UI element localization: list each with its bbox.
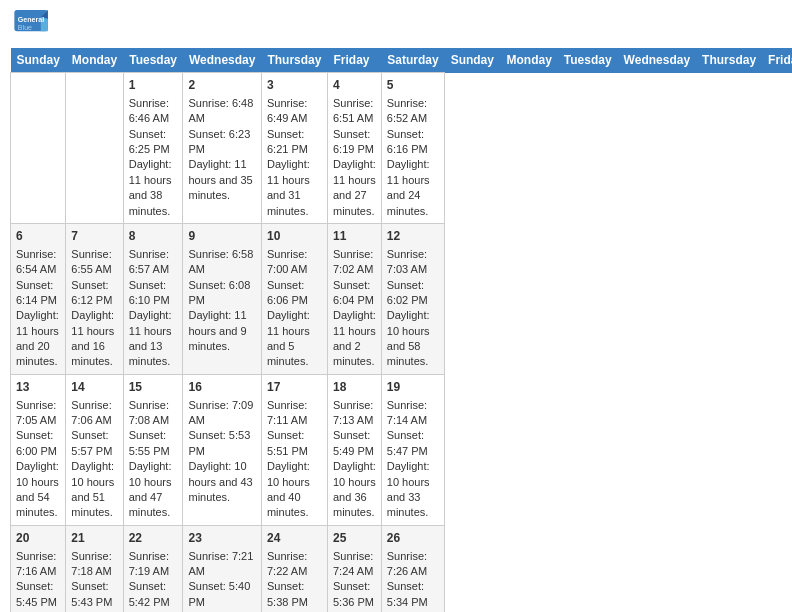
day-info: Sunset: 6:12 PM (71, 278, 117, 309)
day-info: Sunrise: 7:19 AM (129, 549, 178, 580)
day-info: Daylight: 11 hours and 16 minutes. (71, 308, 117, 370)
day-info: Daylight: 11 hours and 24 minutes. (387, 157, 439, 219)
day-header-monday: Monday (500, 48, 557, 73)
day-info: Daylight: 10 hours and 43 minutes. (188, 459, 255, 505)
day-header-wednesday: Wednesday (183, 48, 261, 73)
calendar-cell: 23Sunrise: 7:21 AMSunset: 5:40 PMDayligh… (183, 525, 261, 612)
day-header-tuesday: Tuesday (123, 48, 183, 73)
day-info: Daylight: 11 hours and 13 minutes. (129, 308, 178, 370)
day-number: 1 (129, 77, 178, 94)
day-info: Sunset: 5:53 PM (188, 428, 255, 459)
day-info: Sunrise: 7:09 AM (188, 398, 255, 429)
day-header-sunday: Sunday (445, 48, 501, 73)
day-number: 9 (188, 228, 255, 245)
day-header-thursday: Thursday (696, 48, 762, 73)
calendar-cell: 17Sunrise: 7:11 AMSunset: 5:51 PMDayligh… (261, 374, 327, 525)
day-info: Sunset: 6:04 PM (333, 278, 376, 309)
day-number: 13 (16, 379, 60, 396)
day-info: Sunset: 5:38 PM (267, 579, 322, 610)
day-info: Sunrise: 7:14 AM (387, 398, 439, 429)
calendar-cell: 4Sunrise: 6:51 AMSunset: 6:19 PMDaylight… (327, 73, 381, 224)
calendar-cell: 24Sunrise: 7:22 AMSunset: 5:38 PMDayligh… (261, 525, 327, 612)
calendar-cell (66, 73, 123, 224)
calendar-cell: 9Sunrise: 6:58 AMSunset: 6:08 PMDaylight… (183, 223, 261, 374)
day-header-saturday: Saturday (381, 48, 444, 73)
day-info: Daylight: 10 hours and 58 minutes. (387, 308, 439, 370)
day-info: Sunrise: 7:24 AM (333, 549, 376, 580)
day-number: 22 (129, 530, 178, 547)
calendar-cell: 8Sunrise: 6:57 AMSunset: 6:10 PMDaylight… (123, 223, 183, 374)
day-info: Sunrise: 7:02 AM (333, 247, 376, 278)
day-number: 5 (387, 77, 439, 94)
day-info: Sunset: 5:47 PM (387, 428, 439, 459)
day-info: Sunset: 6:00 PM (16, 428, 60, 459)
day-number: 7 (71, 228, 117, 245)
day-info: Daylight: 11 hours and 35 minutes. (188, 157, 255, 203)
day-number: 11 (333, 228, 376, 245)
day-info: Sunset: 6:16 PM (387, 127, 439, 158)
day-info: Sunset: 5:43 PM (71, 579, 117, 610)
calendar-cell: 26Sunrise: 7:26 AMSunset: 5:34 PMDayligh… (381, 525, 444, 612)
week-row-3: 13Sunrise: 7:05 AMSunset: 6:00 PMDayligh… (11, 374, 793, 525)
day-header-friday: Friday (762, 48, 792, 73)
week-row-1: 1Sunrise: 6:46 AMSunset: 6:25 PMDaylight… (11, 73, 793, 224)
calendar-cell: 6Sunrise: 6:54 AMSunset: 6:14 PMDaylight… (11, 223, 66, 374)
day-info: Sunrise: 6:55 AM (71, 247, 117, 278)
day-number: 15 (129, 379, 178, 396)
page-header: General Blue (10, 10, 782, 40)
day-number: 20 (16, 530, 60, 547)
day-number: 24 (267, 530, 322, 547)
day-info: Daylight: 10 hours and 36 minutes. (333, 459, 376, 521)
day-number: 12 (387, 228, 439, 245)
day-number: 6 (16, 228, 60, 245)
day-header-monday: Monday (66, 48, 123, 73)
calendar-table: SundayMondayTuesdayWednesdayThursdayFrid… (10, 48, 792, 612)
day-info: Sunrise: 6:54 AM (16, 247, 60, 278)
logo-icon: General Blue (14, 10, 50, 40)
svg-text:Blue: Blue (18, 24, 32, 31)
calendar-cell (11, 73, 66, 224)
day-info: Daylight: 10 hours and 40 minutes. (267, 459, 322, 521)
day-info: Daylight: 11 hours and 9 minutes. (188, 308, 255, 354)
day-info: Sunset: 6:08 PM (188, 278, 255, 309)
day-info: Sunrise: 7:16 AM (16, 549, 60, 580)
day-number: 21 (71, 530, 117, 547)
day-info: Sunset: 6:23 PM (188, 127, 255, 158)
day-number: 18 (333, 379, 376, 396)
day-info: Sunset: 5:40 PM (188, 579, 255, 610)
day-info: Sunrise: 7:06 AM (71, 398, 117, 429)
calendar-cell: 13Sunrise: 7:05 AMSunset: 6:00 PMDayligh… (11, 374, 66, 525)
day-info: Sunset: 5:36 PM (333, 579, 376, 610)
svg-text:General: General (18, 16, 44, 23)
day-info: Sunset: 6:14 PM (16, 278, 60, 309)
day-number: 25 (333, 530, 376, 547)
calendar-cell: 15Sunrise: 7:08 AMSunset: 5:55 PMDayligh… (123, 374, 183, 525)
day-info: Daylight: 11 hours and 38 minutes. (129, 157, 178, 219)
calendar-cell: 21Sunrise: 7:18 AMSunset: 5:43 PMDayligh… (66, 525, 123, 612)
calendar-cell: 11Sunrise: 7:02 AMSunset: 6:04 PMDayligh… (327, 223, 381, 374)
day-info: Sunrise: 6:49 AM (267, 96, 322, 127)
day-number: 10 (267, 228, 322, 245)
day-info: Sunset: 6:10 PM (129, 278, 178, 309)
day-number: 16 (188, 379, 255, 396)
day-info: Sunrise: 6:48 AM (188, 96, 255, 127)
calendar-cell: 5Sunrise: 6:52 AMSunset: 6:16 PMDaylight… (381, 73, 444, 224)
day-info: Sunrise: 7:05 AM (16, 398, 60, 429)
day-number: 8 (129, 228, 178, 245)
day-info: Sunset: 5:45 PM (16, 579, 60, 610)
calendar-cell: 3Sunrise: 6:49 AMSunset: 6:21 PMDaylight… (261, 73, 327, 224)
day-info: Daylight: 10 hours and 33 minutes. (387, 459, 439, 521)
calendar-cell: 20Sunrise: 7:16 AMSunset: 5:45 PMDayligh… (11, 525, 66, 612)
calendar-cell: 7Sunrise: 6:55 AMSunset: 6:12 PMDaylight… (66, 223, 123, 374)
calendar-cell: 19Sunrise: 7:14 AMSunset: 5:47 PMDayligh… (381, 374, 444, 525)
day-info: Sunrise: 6:46 AM (129, 96, 178, 127)
day-info: Sunrise: 7:11 AM (267, 398, 322, 429)
day-info: Sunrise: 7:22 AM (267, 549, 322, 580)
logo: General Blue (14, 10, 50, 40)
day-info: Daylight: 11 hours and 31 minutes. (267, 157, 322, 219)
day-info: Sunrise: 7:21 AM (188, 549, 255, 580)
day-info: Sunrise: 7:18 AM (71, 549, 117, 580)
day-info: Sunset: 5:55 PM (129, 428, 178, 459)
day-info: Daylight: 11 hours and 27 minutes. (333, 157, 376, 219)
day-header-thursday: Thursday (261, 48, 327, 73)
